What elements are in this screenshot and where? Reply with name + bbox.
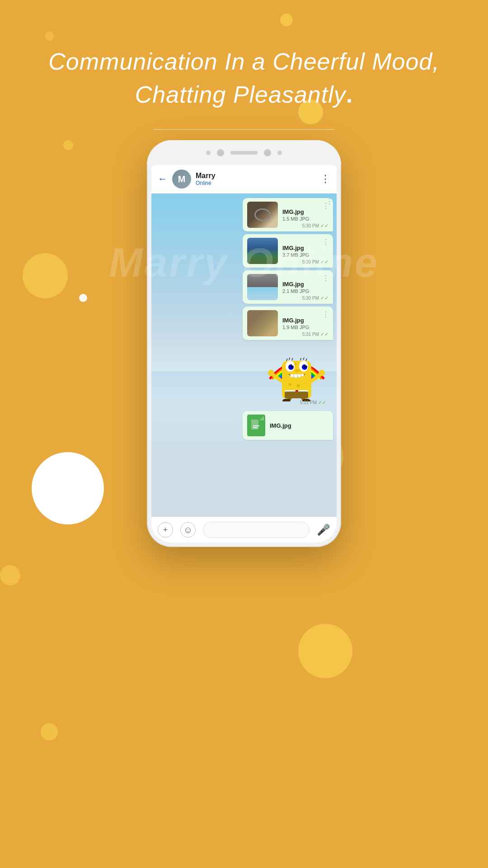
msg-check-2: ✓✓ xyxy=(320,259,328,265)
contact-info: Marry Online xyxy=(196,172,320,186)
svg-point-18 xyxy=(288,364,294,370)
emoji-button[interactable]: ☺ xyxy=(180,522,196,538)
partial-more-icon[interactable]: ⋮ xyxy=(326,197,333,206)
contact-name: Marry xyxy=(196,172,320,180)
deco-circle-9 xyxy=(0,565,20,585)
message-3: IMG.jpg 2.1 MB JPG ⋮ 5:30 PM ✓✓ xyxy=(243,270,333,304)
sensor-dot-3 xyxy=(277,151,282,155)
menu-icon[interactable]: ⋮ xyxy=(320,173,330,185)
spongebob-svg xyxy=(263,343,331,401)
chat-body: IMG.jpg 1.5 MB JPG ⋮ 5:30 PM ✓✓ I xyxy=(151,193,337,517)
msg-more-icon-4[interactable]: ⋮ xyxy=(322,310,329,319)
message-2: IMG.jpg 3.7 MB JPG ⋮ 5:30 PM ✓✓ xyxy=(243,234,333,268)
sticker-spongebob xyxy=(263,343,331,401)
msg-check-4: ✓✓ xyxy=(320,331,328,337)
svg-rect-9 xyxy=(285,392,308,398)
msg-file-info-4: IMG.jpg 1.9 MB JPG xyxy=(282,317,328,330)
svg-line-31 xyxy=(292,358,293,360)
msg-time-2: 5:30 PM xyxy=(302,259,319,264)
phone-top-bar xyxy=(147,140,341,165)
svg-line-32 xyxy=(300,358,301,360)
phone-mockup: ← M Marry Online ⋮ xyxy=(147,140,341,547)
msg-filesize-4: 1.9 MB JPG xyxy=(282,325,328,330)
svg-line-34 xyxy=(306,359,307,361)
svg-rect-27 xyxy=(298,374,301,377)
back-button[interactable]: ← xyxy=(158,173,168,185)
msg-file-info-3: IMG.jpg 2.1 MB JPG xyxy=(282,281,328,294)
svg-line-29 xyxy=(286,359,287,361)
svg-point-37 xyxy=(268,370,274,376)
deco-circle-10 xyxy=(298,624,352,678)
deco-circle-12 xyxy=(45,32,54,41)
msg-time-row-1: 5:30 PM ✓✓ xyxy=(302,223,328,229)
msg-filename-3: IMG.jpg xyxy=(282,281,328,288)
sticker-message: 5:31 PM ✓✓ xyxy=(263,343,331,408)
msg-time-row-3: 5:30 PM ✓✓ xyxy=(302,295,328,301)
header-line2: Chatting Pleasantly xyxy=(135,81,346,108)
msg-filesize-3: 2.1 MB JPG xyxy=(282,288,328,294)
contact-avatar: M xyxy=(172,170,191,189)
contact-status: Online xyxy=(196,180,320,186)
deco-circle-11 xyxy=(41,723,58,741)
header-section: Communication In a Cheerful Mood, Chatti… xyxy=(0,45,488,130)
svg-point-24 xyxy=(295,369,299,372)
deco-circle-4 xyxy=(23,253,68,298)
msg-time-3: 5:30 PM xyxy=(302,296,319,301)
msg-filename-2: IMG.jpg xyxy=(282,245,328,251)
sensor-dot-1 xyxy=(206,151,211,155)
msg-thumbnail-3 xyxy=(247,274,278,300)
message-1: IMG.jpg 1.5 MB JPG ⋮ 5:30 PM ✓✓ xyxy=(243,198,333,231)
phone-screen: ← M Marry Online ⋮ xyxy=(151,165,337,542)
msg-filesize-2: 3.7 MB JPG xyxy=(282,252,328,258)
header-title: Communication In a Cheerful Mood, Chatti… xyxy=(36,45,452,111)
svg-rect-26 xyxy=(294,374,297,377)
file-svg xyxy=(251,420,261,431)
msg-file-info-2: IMG.jpg 3.7 MB JPG xyxy=(282,245,328,258)
message-partial: IMG.jpg ⋮ xyxy=(243,411,333,440)
msg-more-icon-2[interactable]: ⋮ xyxy=(322,238,329,246)
msg-thumbnail-1 xyxy=(247,202,278,228)
svg-rect-25 xyxy=(291,374,294,377)
message-4: IMG.jpg 1.9 MB JPG ⋮ 5:31 PM ✓✓ xyxy=(243,307,333,340)
chat-input-bar: + ☺ 🎤 xyxy=(151,517,337,542)
svg-point-5 xyxy=(297,384,300,387)
messages-container: IMG.jpg 1.5 MB JPG ⋮ 5:30 PM ✓✓ I xyxy=(151,193,337,444)
msg-more-icon-3[interactable]: ⋮ xyxy=(322,274,329,283)
msg-time-4: 5:31 PM xyxy=(302,332,319,337)
deco-circle-5 xyxy=(79,294,87,302)
msg-time-1: 5:30 PM xyxy=(302,223,319,228)
msg-filename-4: IMG.jpg xyxy=(282,317,328,324)
camera-dot xyxy=(217,149,224,156)
deco-circle-2 xyxy=(63,140,73,150)
deco-circle-6 xyxy=(32,452,104,524)
svg-line-30 xyxy=(289,358,290,360)
partial-filename: IMG.jpg xyxy=(270,422,328,429)
svg-point-38 xyxy=(319,370,325,376)
sticker-time-row: 5:31 PM ✓✓ xyxy=(258,400,326,406)
msg-thumbnail-4 xyxy=(247,310,278,336)
msg-filename-1: IMG.jpg xyxy=(282,208,328,215)
msg-check-3: ✓✓ xyxy=(320,295,328,301)
msg-time-row-4: 5:31 PM ✓✓ xyxy=(302,331,328,337)
svg-point-19 xyxy=(302,364,307,370)
header-divider xyxy=(154,129,334,130)
sensor-dot-2 xyxy=(264,149,271,156)
svg-point-12 xyxy=(295,363,297,365)
svg-line-33 xyxy=(303,358,304,360)
msg-filesize-1: 1.5 MB JPG xyxy=(282,216,328,222)
sticker-check: ✓✓ xyxy=(318,400,326,406)
sticker-time: 5:31 PM xyxy=(300,400,317,405)
partial-file-info: IMG.jpg xyxy=(270,422,328,429)
msg-check-1: ✓✓ xyxy=(320,223,328,229)
microphone-button[interactable]: 🎤 xyxy=(317,524,330,536)
msg-thumbnail-2 xyxy=(247,238,278,264)
phone-outer: ← M Marry Online ⋮ xyxy=(147,140,341,547)
svg-point-23 xyxy=(305,365,306,366)
chat-text-input[interactable] xyxy=(203,522,310,538)
svg-rect-28 xyxy=(301,374,304,376)
msg-file-info-1: IMG.jpg 1.5 MB JPG xyxy=(282,208,328,222)
header-line1: Communication In a Cheerful Mood, xyxy=(48,48,439,75)
avatar-face: M xyxy=(172,170,191,189)
deco-circle-1 xyxy=(280,14,293,26)
add-attachment-button[interactable]: + xyxy=(158,522,173,538)
